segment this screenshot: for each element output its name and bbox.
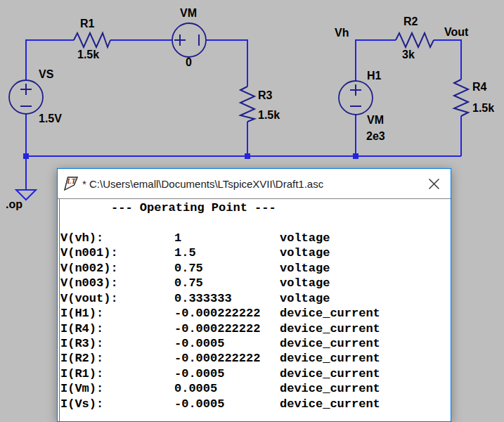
measurement-unit: device_current: [280, 351, 380, 366]
output-row: V(n002):0.75voltage: [60, 261, 451, 276]
vs-name-label[interactable]: VS: [39, 69, 53, 80]
vout-net-label[interactable]: Vout: [444, 27, 468, 38]
measurement-value: 0.75: [174, 261, 280, 276]
resistor-r1[interactable]: [74, 33, 110, 47]
junction-dot: [23, 153, 29, 159]
output-row: I(Vs):-0.0005device_current: [60, 397, 451, 411]
r2-name-label[interactable]: R2: [403, 16, 418, 27]
svg-text:LT: LT: [66, 177, 76, 185]
vm-value-label[interactable]: 0: [186, 57, 192, 68]
r1-name-label[interactable]: R1: [80, 18, 94, 30]
wire: [206, 40, 247, 87]
output-row: I(R4):-0.000222222device_current: [60, 321, 451, 336]
output-row: I(Vm):0.0005device_current: [60, 381, 451, 396]
measurement-name: I(R2):: [60, 351, 174, 366]
measurement-unit: device_current: [280, 366, 380, 381]
junction-dot: [245, 153, 250, 159]
r2-value-label[interactable]: 3k: [402, 49, 415, 60]
measurement-unit: voltage: [280, 231, 330, 245]
measurement-name: V(n001):: [60, 245, 174, 260]
measurement-name: V(n002):: [60, 261, 174, 276]
measurement-name: I(H1):: [60, 306, 174, 321]
output-row: I(R3):-0.0005device_current: [60, 336, 451, 351]
wire: [434, 40, 461, 79]
voltage-source-vs[interactable]: [9, 80, 43, 114]
output-row: V(n001):1.5voltage: [60, 245, 451, 260]
measurement-name: I(R1):: [60, 366, 174, 381]
measurement-value: -0.0005: [174, 336, 280, 351]
measurement-name: I(R4):: [60, 321, 174, 336]
r4-name-label[interactable]: R4: [472, 82, 486, 93]
vs-value-label[interactable]: 1.5V: [39, 113, 62, 124]
measurement-unit: device_current: [280, 321, 380, 336]
vh-net-label[interactable]: Vh: [335, 27, 349, 39]
measurement-value: 1: [174, 231, 280, 245]
r3-name-label[interactable]: R3: [258, 90, 272, 101]
measurement-value: -0.000222222: [174, 351, 280, 366]
measurement-name: I(R3):: [60, 336, 174, 351]
output-text-area: --- Operating Point --- V(vh):1voltage V…: [59, 199, 451, 421]
window-titlebar[interactable]: LT * C:\Users\emall\Documents\LTspiceXVI…: [58, 169, 451, 199]
close-button[interactable]: [417, 169, 451, 198]
measurement-unit: voltage: [280, 276, 330, 290]
resistor-r3[interactable]: [240, 87, 254, 122]
r4-value-label[interactable]: 1.5k: [472, 103, 494, 114]
voltage-source-vm[interactable]: [172, 23, 206, 57]
resistor-r2[interactable]: [396, 33, 434, 47]
simulation-output: --- Operating Point --- V(vh):1voltage V…: [58, 199, 451, 421]
measurement-name: V(vh):: [60, 231, 174, 245]
close-icon: [428, 178, 440, 190]
output-row: I(R2):-0.000222222device_current: [60, 351, 451, 366]
vm-name-label[interactable]: VM: [180, 8, 197, 19]
measurement-unit: device_current: [280, 336, 380, 351]
measurement-unit: device_current: [280, 381, 380, 396]
r1-value-label[interactable]: 1.5k: [77, 49, 99, 60]
output-row: I(H1):-0.000222222device_current: [60, 306, 451, 321]
measurement-value: 0.0005: [174, 381, 280, 396]
blank-line: [60, 215, 451, 230]
measurement-unit: voltage: [280, 261, 330, 276]
measurement-name: I(Vs):: [60, 397, 174, 411]
output-row: V(n003):0.75voltage: [60, 276, 451, 290]
measurement-value: -0.0005: [174, 366, 280, 381]
controlled-source-h1[interactable]: [339, 81, 373, 115]
measurement-value: 1.5: [174, 245, 280, 260]
measurement-name: V(n003):: [60, 276, 174, 290]
measurement-unit: device_current: [280, 397, 380, 411]
h1-gain-label[interactable]: 2e3: [366, 131, 385, 142]
op-directive-label[interactable]: .op: [6, 199, 22, 210]
measurement-unit: voltage: [280, 291, 330, 306]
measurement-unit: device_current: [280, 306, 380, 321]
operating-point-window[interactable]: LT * C:\Users\emall\Documents\LTspiceXVI…: [57, 168, 451, 422]
measurement-value: 0.333333: [174, 291, 280, 306]
h1-name-label[interactable]: H1: [367, 70, 381, 82]
measurement-value: -0.0005: [174, 397, 280, 411]
h1-ctrl-label[interactable]: VM: [367, 115, 384, 126]
measurement-name: V(vout):: [60, 291, 174, 306]
measurement-value: -0.000222222: [174, 306, 280, 321]
ltspice-app-window: R1 1.5k VM 0 VS 1.5V R3 1.5k Vh H1 VM 2e…: [0, 0, 504, 422]
measurement-name: I(Vm):: [60, 381, 174, 396]
output-row: V(vh):1voltage: [60, 231, 451, 245]
junction-dot: [353, 153, 358, 159]
ltspice-logo-icon: LT: [63, 174, 79, 193]
output-row: I(R1):-0.0005device_current: [60, 366, 451, 381]
resistor-r4[interactable]: [454, 79, 468, 116]
measurement-unit: voltage: [280, 245, 330, 260]
measurement-value: 0.75: [174, 276, 280, 290]
measurement-value: -0.000222222: [174, 321, 280, 336]
window-title: * C:\Users\emall\Documents\LTspiceXVII\D…: [82, 178, 323, 190]
r3-value-label[interactable]: 1.5k: [258, 110, 280, 121]
output-row: V(vout):0.333333voltage: [60, 291, 451, 306]
output-header: --- Operating Point ---: [60, 200, 451, 215]
